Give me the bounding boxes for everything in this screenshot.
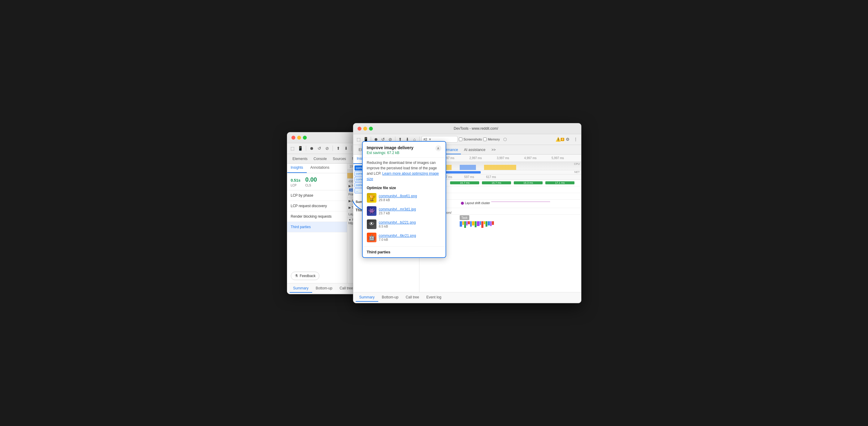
metrics-row: 0.51s LCP 0.00 CLS <box>287 173 347 190</box>
frames-time-4: 17.1 ms <box>545 181 575 184</box>
front-animations-bar <box>448 187 580 192</box>
front-tab-event-log[interactable]: Event log <box>423 293 445 302</box>
file-3-thumb: 👁 <box>367 220 376 229</box>
front-close-button[interactable] <box>358 127 362 131</box>
upload-icon[interactable]: ⬆ <box>335 145 341 151</box>
maximize-button[interactable] <box>303 136 307 140</box>
close-button[interactable] <box>291 136 295 140</box>
settings-icon[interactable]: ⚙ <box>565 136 571 142</box>
file-1-info: communityl...8oq61.png 29.8 kB <box>379 194 417 202</box>
warning-icon[interactable]: ⚠️ 4 <box>557 136 563 142</box>
lcp-label: LCP <box>291 184 301 187</box>
popup-file-list: 🏆 communityl...8oq61.png 29.8 kB 👾 commu… <box>363 191 445 247</box>
file-4-size: 7.0 kB <box>379 238 416 241</box>
more-icon[interactable]: ⋮ <box>573 136 579 142</box>
task-label: Task <box>460 215 470 220</box>
minimize-button[interactable] <box>297 136 301 140</box>
front-toolbar-right: ⚠️ 4 ⚙ ⋮ <box>557 136 579 142</box>
file-1-thumb: 🏆 <box>367 193 376 203</box>
insight-render-blocking[interactable]: Render blocking requests <box>287 211 347 222</box>
record-icon[interactable]: ⏺ <box>309 145 315 151</box>
popup-file-3[interactable]: 👁 communityl...bj221.png 8.5 kB <box>365 218 443 231</box>
file-2-info: communityl...mr3d1.jpg 23.7 kB <box>379 207 416 215</box>
front-tab-ai[interactable]: AI assistance <box>461 146 488 154</box>
layout-shift-cluster: Layout shift cluster <box>461 201 490 205</box>
insight-lcp-request[interactable]: LCP request discovery <box>287 201 347 211</box>
cls-metric: 0.00 CLS <box>305 176 317 187</box>
optimize-section-title: Optimize file size <box>363 184 445 191</box>
reload-icon[interactable]: ↺ <box>316 145 322 151</box>
file-4-thumb: 🤖 <box>367 233 376 242</box>
file-3-info: communityl...bj221.png 8.5 kB <box>379 220 416 228</box>
cluster-dot <box>461 202 464 205</box>
popup-close-button[interactable]: ∧ <box>435 145 441 151</box>
lcp-value: 0.51s <box>291 176 301 183</box>
file-2-size: 23.7 kB <box>379 211 416 215</box>
front-memory-checkbox[interactable] <box>483 137 487 141</box>
mobile-icon[interactable]: 📱 <box>298 145 304 151</box>
front-bottom-tabs: Summary Bottom-up Call tree Event log <box>353 292 581 302</box>
toolbar-sep-1 <box>306 145 306 151</box>
toolbar-sep-2 <box>333 145 333 151</box>
file-2-thumb: 👾 <box>367 206 376 216</box>
insight-third-parties[interactable]: Third parties <box>287 222 347 232</box>
front-screenshots-checkbox[interactable] <box>459 137 462 141</box>
file-3-name: communityl...bj221.png <box>379 220 416 225</box>
image-delivery-popup: Improve image delivery Est savings: 67.2… <box>362 141 446 258</box>
beaker-icon: ⚗ <box>295 274 298 278</box>
back-tab-bottom-up[interactable]: Bottom-up <box>312 284 336 293</box>
cls-value: 0.00 <box>305 176 317 183</box>
front-layout-shifts-bar: Layout shift cluster <box>448 201 580 206</box>
clear-icon[interactable]: ⊘ <box>324 145 330 151</box>
insight-items-list: LCP by phase LCP request discovery Rende… <box>287 190 347 269</box>
front-titlebar: DevTools - www.reddit.com/ <box>353 123 581 134</box>
frames-time-1: 16.7 ms <box>450 181 479 184</box>
front-tab-call-tree[interactable]: Call tree <box>402 293 423 302</box>
traffic-lights <box>291 136 307 140</box>
front-memory-group: Memory <box>483 137 500 141</box>
insight-lcp-by-phase[interactable]: LCP by phase <box>287 190 347 201</box>
file-3-size: 8.5 kB <box>379 225 416 228</box>
insights-tabs: Insights Annotations <box>287 164 347 173</box>
popup-title: Improve image delivery <box>367 145 414 150</box>
front-traffic-lights <box>358 127 373 131</box>
feedback-button[interactable]: ⚗ Feedback <box>291 272 320 280</box>
popup-header-text: Improve image delivery Est savings: 67.2… <box>367 145 414 155</box>
memory-value: ⬡ <box>503 137 507 142</box>
file-1-size: 29.8 kB <box>379 198 417 202</box>
popup-savings: Est savings: 67.2 kB <box>367 151 414 155</box>
frames-time-2: 16.7 ms <box>482 181 511 184</box>
file-1-name: communityl...8oq61.png <box>379 194 417 198</box>
tab-console[interactable]: Console <box>311 155 330 163</box>
file-4-name: communityl...6kr21.png <box>379 234 416 238</box>
front-tab-summary[interactable]: Summary <box>356 293 378 302</box>
front-tab-bottom-up[interactable]: Bottom-up <box>378 293 402 302</box>
front-maximize-button[interactable] <box>369 127 373 131</box>
toolbar-sep-3 <box>351 145 352 151</box>
front-minimize-button[interactable] <box>363 127 367 131</box>
download-icon[interactable]: ⬇ <box>343 145 349 151</box>
back-tab-summary[interactable]: Summary <box>290 284 312 293</box>
front-cursor-icon[interactable]: ⬚ <box>356 136 362 142</box>
front-timings-bar <box>448 194 580 198</box>
tab-elements[interactable]: Elements <box>290 155 311 163</box>
file-4-info: communityl...6kr21.png 7.0 kB <box>379 234 416 241</box>
cursor-icon[interactable]: ⬚ <box>290 145 296 151</box>
popup-third-parties: Third parties <box>363 247 445 257</box>
front-frames-bar: 16.7 ms 16.7 ms 16.3 ms 17.1 ms <box>448 181 580 185</box>
cls-label: CLS <box>305 184 317 187</box>
popup-header: Improve image delivery Est savings: 67.2… <box>363 142 445 158</box>
front-window-title: DevTools - www.reddit.com/ <box>375 126 577 131</box>
popup-file-4[interactable]: 🤖 communityl...6kr21.png 7.0 kB <box>365 231 443 244</box>
popup-file-2[interactable]: 👾 communityl...mr3d1.jpg 23.7 kB <box>365 204 443 218</box>
insights-tab-annotations[interactable]: Annotations <box>307 164 333 173</box>
frames-time-3: 16.3 ms <box>514 181 543 184</box>
popup-description: Reducing the download time of images can… <box>363 158 445 184</box>
popup-file-1[interactable]: 🏆 communityl...8oq61.png 29.8 kB <box>365 191 443 204</box>
tab-sources[interactable]: Sources <box>330 155 349 163</box>
file-2-name: communityl...mr3d1.jpg <box>379 207 416 211</box>
lcp-metric: 0.51s LCP <box>291 176 301 187</box>
front-tab-more[interactable]: >> <box>489 146 499 154</box>
insights-tab-insights[interactable]: Insights <box>287 164 307 173</box>
front-screenshots-group: Screenshots <box>459 137 482 141</box>
